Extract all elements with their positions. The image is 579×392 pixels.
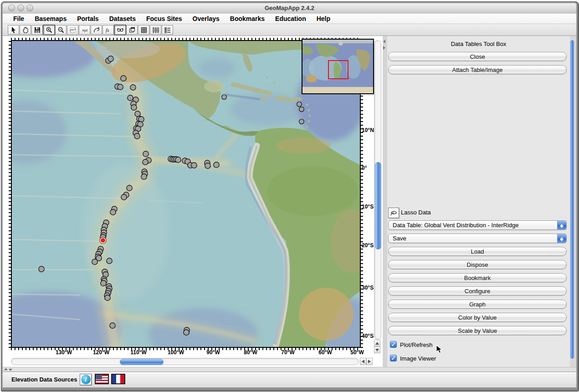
panel-splitter[interactable]	[383, 36, 387, 367]
data-table-dropdown[interactable]: Data Table: Global Vent Distribution - I…	[388, 220, 567, 230]
vent-marker[interactable]	[134, 133, 140, 139]
nasa-wms-icon: NASA	[152, 26, 160, 34]
bookmark-button[interactable]: Bookmark	[388, 273, 567, 282]
vent-marker[interactable]	[131, 105, 137, 110]
vent-marker[interactable]	[214, 162, 219, 168]
menu-portals[interactable]: Portals	[76, 15, 100, 23]
menu-overlays[interactable]: Overlays	[191, 15, 221, 23]
vent-marker[interactable]	[128, 95, 133, 101]
vent-marker[interactable]	[205, 163, 210, 168]
scroll-down-button[interactable]	[374, 346, 380, 353]
select-tool-button[interactable]	[8, 25, 19, 35]
xyz-icon: xyz	[81, 26, 88, 34]
vent-marker[interactable]	[110, 209, 116, 215]
attach-table-image-button[interactable]: Attach Table/Image	[388, 65, 567, 74]
function-tool-button[interactable]: fx	[102, 25, 114, 35]
vent-marker[interactable]	[105, 295, 110, 300]
dropdown-stepper-icon[interactable]	[557, 234, 566, 243]
down-arrow-icon	[375, 349, 379, 351]
zoom-out-tool-button[interactable]	[55, 25, 67, 35]
configure-button[interactable]: Configure	[388, 286, 567, 295]
scale-by-value-button[interactable]: Scale by Value	[388, 326, 567, 335]
lat-label: 0°	[362, 165, 377, 171]
menu-education[interactable]: Education	[274, 15, 307, 23]
vent-marker[interactable]	[127, 185, 132, 191]
menu-bookmarks[interactable]: Bookmarks	[229, 15, 266, 23]
xyz-tool-button[interactable]: xyz	[79, 25, 90, 35]
action-dropdown[interactable]: Save	[388, 234, 567, 243]
lasso-tool-button[interactable]	[91, 25, 102, 35]
vent-marker[interactable]	[39, 266, 44, 272]
menu-datasets[interactable]: Datasets	[108, 15, 137, 23]
zoom-in-tool-button[interactable]	[43, 25, 55, 35]
lon-label: 90°W	[202, 349, 224, 356]
info-button[interactable]: i	[80, 374, 92, 385]
map-vertical-scrollbar[interactable]	[374, 40, 381, 340]
load-button[interactable]: Load	[388, 247, 567, 256]
dropdown-stepper-icon[interactable]	[557, 221, 566, 229]
svg-text:xyz: xyz	[82, 28, 87, 32]
vent-marker[interactable]	[299, 119, 304, 124]
panel-scrollbar[interactable]	[570, 40, 574, 359]
map-horizontal-scrollbar[interactable]	[11, 358, 359, 365]
shader-tool-button[interactable]	[114, 25, 126, 35]
vent-marker[interactable]	[92, 259, 97, 265]
image-viewer-checkbox[interactable]: ✓	[390, 355, 397, 361]
vent-marker[interactable]	[107, 258, 112, 264]
wms-tool-button[interactable]: NASA	[150, 25, 161, 35]
up-arrow-icon	[375, 342, 379, 345]
vent-marker[interactable]	[143, 151, 149, 157]
menu-file[interactable]: File	[12, 15, 26, 23]
vent-marker[interactable]	[121, 194, 127, 200]
grid-tool-button[interactable]	[138, 25, 149, 35]
collapse-up-icon[interactable]	[4, 368, 8, 370]
collapse-left-icon[interactable]	[383, 40, 385, 43]
vent-marker[interactable]	[297, 102, 302, 107]
us-flag-icon[interactable]	[95, 374, 109, 384]
menu-help[interactable]: Help	[315, 15, 332, 23]
vent-marker[interactable]	[143, 159, 148, 165]
toolbar: xyz fx NASA	[1, 24, 578, 36]
collapse-down-icon[interactable]	[9, 369, 12, 371]
zoom-out-icon	[57, 26, 65, 34]
windows-tool-button[interactable]	[126, 25, 138, 35]
plot-refresh-checkbox[interactable]: ✓	[390, 341, 397, 348]
graph-button[interactable]: Graph	[388, 300, 567, 309]
scroll-left-button[interactable]	[360, 358, 366, 365]
save-tool-button[interactable]	[31, 25, 43, 35]
scroll-right-button[interactable]	[366, 358, 373, 365]
vent-marker[interactable]	[110, 323, 115, 328]
lasso-data-button[interactable]	[388, 208, 399, 218]
menu-focus-sites[interactable]: Focus Sites	[145, 15, 184, 23]
pan-tool-button[interactable]	[20, 25, 31, 35]
lat-label: 20°S	[362, 242, 377, 249]
vent-marker[interactable]	[141, 174, 147, 179]
vent-marker[interactable]	[191, 163, 197, 168]
vent-marker[interactable]	[299, 107, 304, 112]
vent-marker[interactable]	[175, 157, 181, 163]
collapse-right-icon[interactable]	[383, 46, 385, 50]
layers-tool-button[interactable]	[162, 25, 173, 35]
color-by-value-button[interactable]: Color by Value	[388, 313, 567, 322]
vent-marker[interactable]	[184, 330, 189, 335]
menu-basemaps[interactable]: Basemaps	[33, 15, 68, 23]
close-button[interactable]: Close	[388, 52, 567, 61]
french-flag-icon[interactable]	[111, 374, 125, 384]
vent-marker[interactable]	[130, 85, 136, 90]
vent-marker[interactable]	[101, 280, 106, 286]
vent-marker[interactable]	[108, 56, 113, 61]
lon-label: 110°W	[128, 349, 149, 356]
selected-vent-marker[interactable]	[100, 238, 106, 243]
vent-marker[interactable]	[121, 76, 126, 81]
profile-tool-button[interactable]	[67, 25, 78, 35]
scroll-up-button[interactable]	[374, 340, 380, 346]
lat-label: 10°S	[362, 204, 377, 210]
window-title: GeoMapApp 2.4.2	[1, 5, 578, 11]
dispose-button[interactable]: Dispose	[388, 260, 567, 269]
map-horizontal-scroll-thumb[interactable]	[120, 359, 164, 365]
vent-marker[interactable]	[222, 95, 227, 100]
amazon-basin	[267, 166, 358, 216]
puerto-rico	[296, 97, 302, 100]
vent-marker[interactable]	[118, 84, 123, 90]
overview-inset-map[interactable]	[302, 39, 374, 94]
